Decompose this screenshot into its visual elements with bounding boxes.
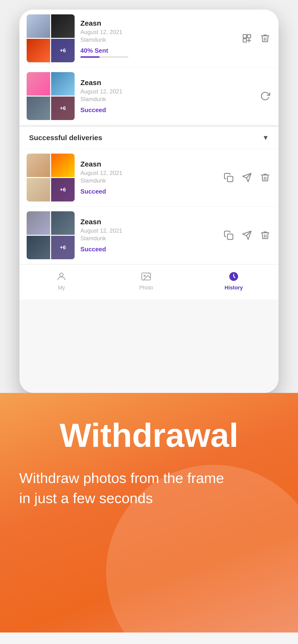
- progress-bar-container: [80, 56, 128, 58]
- item-status: Succeed: [80, 246, 217, 253]
- photo-cell: [27, 96, 50, 120]
- photo-cell: [51, 211, 75, 235]
- item-status: Succeed: [80, 188, 217, 195]
- photo-cell: [51, 72, 75, 96]
- nav-label-history: History: [225, 284, 243, 291]
- progress-bar-fill: [80, 56, 100, 58]
- send-icon[interactable]: [241, 229, 253, 242]
- item-album: Slamdunk: [80, 177, 217, 184]
- svg-point-9: [60, 273, 63, 276]
- section-title: Successful deliveries: [29, 134, 102, 142]
- svg-rect-3: [227, 176, 233, 182]
- svg-rect-0: [243, 34, 246, 38]
- photo-grid-send1: +6: [27, 14, 75, 62]
- item-actions-suc2: [222, 229, 271, 242]
- photo-cell: [27, 211, 50, 235]
- nav-item-history[interactable]: History: [225, 270, 243, 291]
- nav-label-my: My: [58, 284, 65, 291]
- delete-icon[interactable]: [259, 171, 271, 184]
- copy-icon[interactable]: [222, 171, 235, 184]
- photo-count-overlay: +6: [51, 236, 75, 259]
- nav-item-photo[interactable]: Photo: [139, 270, 153, 291]
- photo-cell: [27, 39, 50, 62]
- nav-label-photo: Photo: [139, 284, 153, 291]
- photo-cell: +6: [51, 96, 75, 120]
- photo-icon: [140, 270, 152, 283]
- photo-count-overlay: +6: [51, 178, 75, 202]
- item-status: Succeed: [80, 106, 253, 114]
- my-icon: [55, 270, 68, 283]
- item-date: August 12, 2021: [80, 29, 235, 36]
- nav-item-my[interactable]: My: [55, 270, 68, 291]
- item-name: Zeasn: [80, 78, 253, 87]
- svg-rect-1: [247, 34, 251, 38]
- photo-cell: [27, 178, 50, 202]
- item-album: Slamdunk: [80, 96, 253, 102]
- successful-deliveries-header[interactable]: Successful deliveries ▼: [20, 125, 278, 149]
- item-actions-send2: [259, 90, 271, 102]
- screen-content: +6 Zeasn August 12, 2021 Slamdunk 40% Se…: [20, 10, 278, 393]
- item-info-suc2: Zeasn August 12, 2021 Slamdunk Succeed: [80, 218, 217, 253]
- successful-item-1: +6 Zeasn August 12, 2021 Slamdunk Succee…: [20, 149, 278, 206]
- photo-cell: [27, 236, 50, 259]
- svg-point-11: [144, 275, 145, 277]
- photo-cell: [27, 154, 50, 177]
- photo-cell: [51, 154, 75, 177]
- item-name: Zeasn: [80, 19, 235, 27]
- photo-cell: [27, 14, 50, 38]
- photo-cell: [27, 72, 50, 96]
- item-actions-send1: [241, 32, 271, 44]
- delete-icon[interactable]: [259, 229, 271, 242]
- item-name: Zeasn: [80, 218, 217, 226]
- item-info-send2: Zeasn August 12, 2021 Slamdunk Succeed: [80, 78, 253, 114]
- item-date: August 12, 2021: [80, 170, 217, 176]
- photo-cell: +6: [51, 39, 75, 62]
- item-album: Slamdunk: [80, 235, 217, 242]
- hero-section: Withdrawal Withdraw photos from the fram…: [0, 393, 298, 632]
- successful-item-2: +6 Zeasn August 12, 2021 Slamdunk Succee…: [20, 206, 278, 264]
- photo-count-overlay: +6: [51, 96, 75, 120]
- svg-rect-6: [227, 234, 233, 240]
- phone-area: +6 Zeasn August 12, 2021 Slamdunk 40% Se…: [0, 0, 298, 393]
- item-date: August 12, 2021: [80, 227, 217, 234]
- sending-item-1: +6 Zeasn August 12, 2021 Slamdunk 40% Se…: [20, 10, 278, 67]
- resend-icon[interactable]: [241, 32, 253, 44]
- phone-screen: +6 Zeasn August 12, 2021 Slamdunk 40% Se…: [20, 10, 278, 393]
- photo-grid-send2: +6: [27, 72, 75, 120]
- item-date: August 12, 2021: [80, 88, 253, 95]
- photo-grid-suc2: +6: [27, 211, 75, 259]
- bottom-navigation: My Photo: [20, 264, 278, 300]
- item-status: 40% Sent: [80, 47, 235, 54]
- photo-cell: +6: [51, 178, 75, 202]
- photo-cell: [51, 14, 75, 38]
- history-icon: [227, 270, 240, 283]
- send-icon[interactable]: [241, 171, 253, 184]
- refresh-icon[interactable]: [259, 90, 271, 102]
- photo-cell: +6: [51, 236, 75, 259]
- photo-grid-suc1: +6: [27, 154, 75, 202]
- item-album: Slamdunk: [80, 36, 235, 43]
- photo-count-overlay: +6: [51, 39, 75, 62]
- item-actions-suc1: [222, 171, 271, 184]
- svg-rect-2: [243, 39, 246, 42]
- sending-item-2: +6 Zeasn August 12, 2021 Slamdunk Succee…: [20, 67, 278, 125]
- item-info-suc1: Zeasn August 12, 2021 Slamdunk Succeed: [80, 160, 217, 195]
- copy-icon[interactable]: [222, 229, 235, 242]
- item-name: Zeasn: [80, 160, 217, 168]
- item-info-send1: Zeasn August 12, 2021 Slamdunk 40% Sent: [80, 19, 235, 58]
- hero-title: Withdrawal: [19, 417, 279, 454]
- delete-icon[interactable]: [259, 32, 271, 44]
- chevron-down-icon: ▼: [262, 134, 269, 142]
